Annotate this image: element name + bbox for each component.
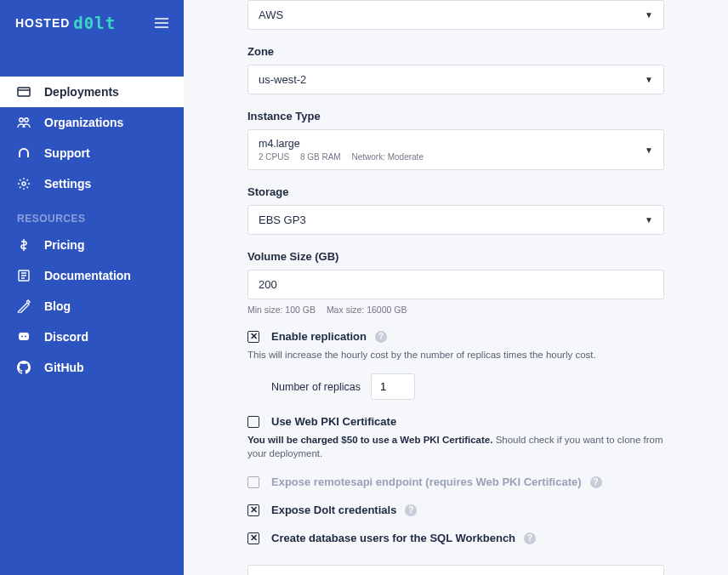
volume-max: Max size: 16000 GB: [327, 305, 407, 315]
svg-point-6: [21, 336, 23, 338]
sidebar-item-documentation[interactable]: Documentation: [0, 260, 184, 291]
credentials-checkbox[interactable]: [247, 504, 259, 516]
sidebar-item-label: Discord: [44, 330, 88, 344]
help-icon[interactable]: ?: [524, 532, 536, 544]
github-icon: [17, 361, 37, 374]
replicas-input[interactable]: [371, 373, 415, 400]
storage-label: Storage: [247, 185, 664, 198]
storage-select[interactable]: EBS GP3 ▼: [247, 205, 664, 235]
volume-label: Volume Size (GB): [247, 250, 664, 263]
field-volume: Volume Size (GB) Min size: 100 GB Max si…: [247, 250, 664, 315]
field-credentials: Expose Dolt credentials ?: [247, 504, 664, 516]
webpki-label: Use Web PKI Certificate: [271, 415, 396, 428]
support-icon: [17, 146, 37, 160]
field-webpki: Use Web PKI Certificate You will be char…: [247, 415, 664, 460]
cloud-value: AWS: [259, 9, 283, 21]
zone-select[interactable]: us-west-2 ▼: [247, 65, 664, 94]
field-dbusers: Create database users for the SQL Workbe…: [247, 532, 664, 544]
instance-type-label: Instance Type: [247, 110, 664, 122]
remotesapi-checkbox: [247, 476, 259, 488]
deployment-form: AWS ▼ Zone us-west-2 ▼ Instance Type m4.…: [247, 0, 664, 575]
field-replication: Enable replication ? This will increase …: [247, 330, 664, 400]
logo[interactable]: HOSTED d0lt: [15, 14, 116, 32]
logo-hosted: HOSTED: [15, 16, 70, 30]
volume-input[interactable]: [247, 270, 664, 299]
sidebar-item-label: Deployments: [44, 85, 119, 99]
sidebar-header: HOSTED d0lt: [0, 0, 184, 46]
sidebar-item-blog[interactable]: Blog: [0, 291, 184, 322]
help-icon[interactable]: ?: [375, 331, 387, 343]
nav-main: Deployments Organizations Support Settin…: [0, 77, 184, 199]
zone-value: us-west-2: [259, 73, 306, 86]
sidebar-item-support[interactable]: Support: [0, 138, 184, 168]
field-zone: Zone us-west-2 ▼: [247, 45, 664, 94]
sidebar-item-label: Settings: [44, 177, 91, 191]
volume-hint: Min size: 100 GB Max size: 16000 GB: [247, 305, 664, 315]
settings-icon: [17, 177, 37, 191]
chevron-down-icon: ▼: [645, 75, 653, 84]
webpki-note: You will be charged $50 to use a Web PKI…: [247, 433, 664, 460]
hamburger-icon[interactable]: [155, 18, 168, 28]
dbusers-checkbox[interactable]: [247, 532, 259, 544]
svg-point-1: [20, 118, 23, 122]
replication-label: Enable replication: [271, 330, 367, 343]
pricing-icon: [17, 238, 37, 252]
sidebar: HOSTED d0lt Deployments Organizations Su…: [0, 0, 184, 575]
sidebar-item-label: GitHub: [44, 361, 84, 374]
nav-resources: Pricing Documentation Blog Discord GitHu…: [0, 230, 184, 383]
field-storage: Storage EBS GP3 ▼: [247, 185, 664, 235]
resources-heading: RESOURCES: [0, 199, 184, 230]
main-content: AWS ▼ Zone us-west-2 ▼ Instance Type m4.…: [184, 0, 728, 575]
sidebar-item-label: Organizations: [44, 116, 123, 129]
chevron-down-icon: ▼: [645, 10, 653, 20]
svg-point-7: [25, 336, 26, 338]
sidebar-item-label: Blog: [44, 299, 71, 313]
volume-min: Min size: 100 GB: [247, 305, 316, 315]
instance-network: Network: Moderate: [351, 152, 423, 162]
storage-value: EBS GP3: [259, 213, 306, 226]
field-remotesapi: Expose remotesapi endpoint (requires Web…: [247, 475, 664, 488]
sidebar-item-github[interactable]: GitHub: [0, 352, 184, 383]
chevron-down-icon: ▼: [645, 215, 653, 225]
field-cloud: AWS ▼: [247, 0, 664, 30]
credentials-label: Expose Dolt credentials: [271, 504, 396, 516]
replicas-label: Number of replicas: [271, 381, 361, 393]
help-icon[interactable]: ?: [405, 504, 417, 516]
sidebar-item-label: Documentation: [44, 269, 131, 282]
replication-checkbox[interactable]: [247, 331, 259, 343]
organizations-icon: [17, 116, 37, 129]
svg-point-3: [22, 182, 26, 185]
chevron-down-icon: ▼: [645, 145, 653, 155]
sidebar-item-pricing[interactable]: Pricing: [0, 230, 184, 260]
webpki-checkbox[interactable]: [247, 416, 259, 428]
instance-type-select[interactable]: m4.large 2 CPUS 8 GB RAM Network: Modera…: [247, 129, 664, 170]
discord-icon: [17, 330, 37, 344]
deployments-icon: [17, 85, 37, 99]
svg-rect-5: [19, 333, 29, 340]
instance-ram: 8 GB RAM: [300, 152, 341, 162]
logo-dolt: d0lt: [73, 14, 116, 32]
blog-icon: [17, 299, 37, 313]
replicas-row: Number of replicas: [271, 373, 664, 400]
field-instance-type: Instance Type m4.large 2 CPUS 8 GB RAM N…: [247, 110, 664, 170]
svg-rect-0: [18, 88, 30, 96]
zone-label: Zone: [247, 45, 664, 58]
sidebar-item-organizations[interactable]: Organizations: [0, 107, 184, 138]
replication-note: This will increase the hourly cost by th…: [247, 348, 664, 362]
webpki-note-strong: You will be charged $50 to use a Web PKI…: [247, 435, 492, 445]
instance-type-specs: 2 CPUS 8 GB RAM Network: Moderate: [259, 152, 432, 162]
instance-type-value: m4.large: [259, 138, 432, 150]
cloud-select[interactable]: AWS ▼: [247, 0, 664, 30]
sidebar-item-label: Pricing: [44, 238, 84, 252]
sidebar-item-settings[interactable]: Settings: [0, 168, 184, 199]
sidebar-item-label: Support: [44, 146, 90, 160]
instance-cpus: 2 CPUS: [259, 152, 289, 162]
help-icon[interactable]: ?: [590, 476, 602, 488]
documentation-icon: [17, 269, 37, 282]
dbusers-label: Create database users for the SQL Workbe…: [271, 532, 515, 544]
remotesapi-label: Expose remotesapi endpoint (requires Web…: [271, 475, 582, 488]
sidebar-item-discord[interactable]: Discord: [0, 322, 184, 352]
svg-point-2: [25, 118, 28, 122]
cost-box: Hourly cost: $1.46 + egress costs: [247, 565, 664, 575]
sidebar-item-deployments[interactable]: Deployments: [0, 77, 184, 107]
